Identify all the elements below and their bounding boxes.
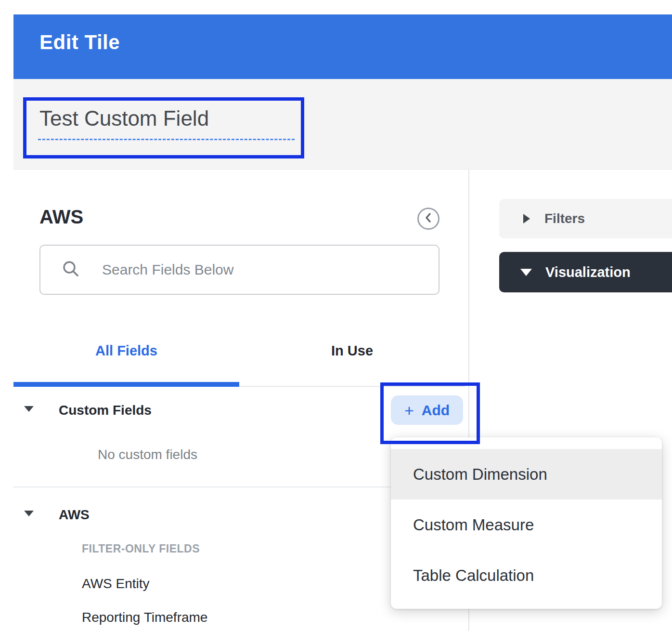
tab-in-use[interactable]: In Use — [239, 343, 465, 359]
no-custom-fields-text: No custom fields — [98, 447, 197, 462]
annotation-box-add-button — [380, 382, 480, 444]
field-reporting-timeframe[interactable]: Reporting Timeframe — [82, 610, 207, 625]
visualization-section-toggle[interactable]: Visualization — [499, 252, 672, 292]
collapse-panel-button[interactable] — [417, 208, 439, 230]
menu-item-table-calculation[interactable]: Table Calculation — [391, 550, 662, 601]
search-input[interactable] — [102, 262, 391, 278]
add-field-menu: Custom Dimension Custom Measure Table Ca… — [391, 437, 662, 609]
chevron-left-icon — [424, 211, 433, 226]
visualization-label: Visualization — [545, 264, 631, 280]
group-aws[interactable]: AWS — [59, 507, 90, 523]
dialog-title: Edit Tile — [39, 31, 120, 54]
menu-item-custom-dimension[interactable]: Custom Dimension — [391, 449, 662, 500]
active-tab-indicator — [13, 382, 239, 387]
caret-down-icon[interactable] — [24, 406, 34, 412]
filters-section-toggle[interactable]: Filters — [499, 199, 672, 238]
field-aws-entity[interactable]: AWS Entity — [82, 576, 150, 592]
explore-name-heading: AWS — [39, 206, 83, 228]
caret-down-icon — [520, 269, 532, 276]
dialog-header: Edit Tile — [13, 14, 672, 79]
filter-only-fields-header: FILTER-ONLY FIELDS — [82, 542, 200, 555]
filters-label: Filters — [544, 211, 585, 226]
annotation-box-title — [23, 97, 304, 158]
edit-tile-dialog: Edit Tile Test Custom Field AWS All Fiel… — [0, 0, 672, 631]
magnifier-icon — [62, 260, 80, 280]
group-custom-fields[interactable]: Custom Fields — [59, 403, 152, 418]
tab-all-fields[interactable]: All Fields — [13, 343, 239, 359]
menu-item-custom-measure[interactable]: Custom Measure — [391, 500, 662, 550]
caret-down-icon[interactable] — [24, 511, 34, 516]
field-search-box[interactable] — [39, 245, 439, 295]
caret-right-icon — [523, 214, 530, 223]
